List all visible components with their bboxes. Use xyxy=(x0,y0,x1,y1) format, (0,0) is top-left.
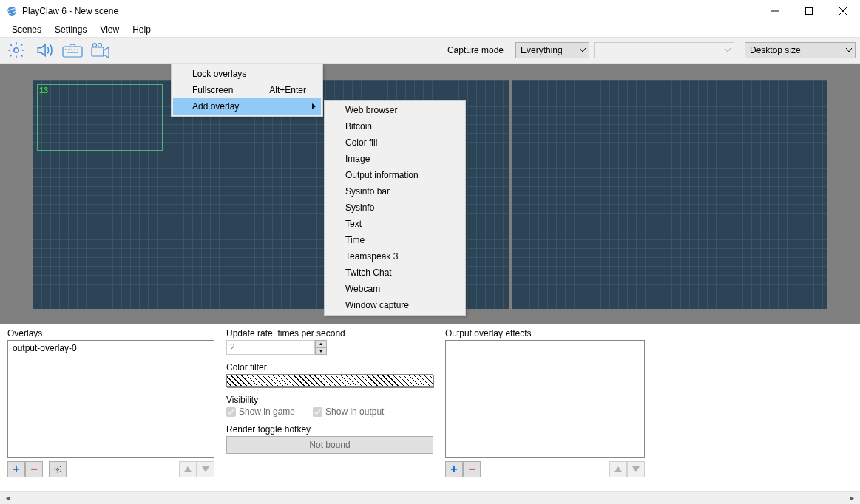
submenu-twitch-chat[interactable]: Twitch Chat xyxy=(326,265,464,281)
menu-settings[interactable]: Settings xyxy=(49,23,92,36)
show-in-output-checkbox[interactable]: Show in output xyxy=(313,406,384,417)
menubar: Scenes Settings View Help xyxy=(0,22,860,37)
effect-move-down-button[interactable] xyxy=(627,461,645,477)
audio-icon[interactable] xyxy=(33,40,56,61)
menu-scenes[interactable]: Scenes xyxy=(6,23,47,36)
submenu-time[interactable]: Time xyxy=(326,232,464,248)
show-in-game-checkbox[interactable]: Show in game xyxy=(226,406,295,417)
svg-point-15 xyxy=(93,44,97,47)
camera-icon[interactable] xyxy=(89,40,112,61)
menu-fullscreen[interactable]: Fullscreen Alt+Enter xyxy=(173,82,321,98)
chevron-down-icon xyxy=(580,48,586,52)
move-up-button[interactable] xyxy=(179,461,197,477)
menu-help[interactable]: Help xyxy=(126,23,157,36)
window-controls xyxy=(758,0,860,22)
add-effect-button[interactable]: + xyxy=(445,461,463,477)
submenu-web-browser[interactable]: Web browser xyxy=(326,102,464,118)
overlays-panel: Overlays output-overlay-0 + − xyxy=(7,328,214,477)
update-rate-input[interactable] xyxy=(226,340,315,355)
effects-list[interactable] xyxy=(445,340,645,458)
window-title: PlayClaw 6 - New scene xyxy=(22,6,118,16)
size-dropdown[interactable]: Desktop size xyxy=(745,42,856,58)
update-rate-spinner[interactable]: ▲ ▼ xyxy=(226,340,433,355)
minimize-button[interactable] xyxy=(758,0,792,22)
scroll-left-icon[interactable]: ◄ xyxy=(1,494,14,502)
submenu-sysinfo-bar[interactable]: Sysinfo bar xyxy=(326,183,464,200)
overlay-id-label: 13 xyxy=(38,86,50,95)
update-rate-label: Update rate, times per second xyxy=(226,328,433,338)
submenu-webcam[interactable]: Webcam xyxy=(326,281,464,297)
capture-mode-label: Capture mode xyxy=(440,42,511,58)
chevron-down-icon xyxy=(725,48,731,52)
chevron-down-icon xyxy=(846,48,852,52)
list-item[interactable]: output-overlay-0 xyxy=(11,342,211,354)
menu-view[interactable]: View xyxy=(94,23,125,36)
submenu-add-overlay: Web browser Bitcoin Color fill Image Out… xyxy=(324,100,466,316)
overlay-item[interactable]: 13 xyxy=(37,84,163,151)
color-filter-label: Color filter xyxy=(226,362,433,372)
spinner-down[interactable]: ▼ xyxy=(315,347,327,355)
overlay-settings-button[interactable] xyxy=(49,461,67,477)
menu-lock-overlays[interactable]: Lock overlays xyxy=(173,66,321,82)
submenu-color-fill[interactable]: Color fill xyxy=(326,134,464,151)
add-overlay-button[interactable]: + xyxy=(7,461,25,477)
svg-point-0 xyxy=(7,7,16,16)
context-menu: Lock overlays Fullscreen Alt+Enter Add o… xyxy=(171,64,323,117)
app-icon xyxy=(6,5,18,17)
spinner-up[interactable]: ▲ xyxy=(315,340,327,347)
close-button[interactable] xyxy=(826,0,860,22)
move-down-button[interactable] xyxy=(197,461,214,477)
submenu-text[interactable]: Text xyxy=(326,216,464,232)
effects-panel: Output overlay effects + − xyxy=(445,328,645,477)
submenu-window-capture[interactable]: Window capture xyxy=(326,297,464,313)
svg-rect-3 xyxy=(806,7,813,14)
overlays-label: Overlays xyxy=(7,328,214,338)
titlebar: PlayClaw 6 - New scene xyxy=(0,0,860,22)
render-hotkey-label: Render toggle hotkey xyxy=(226,424,433,435)
effect-move-up-button[interactable] xyxy=(609,461,627,477)
scroll-right-icon[interactable]: ► xyxy=(846,494,859,502)
gear-icon[interactable] xyxy=(4,40,28,61)
submenu-teamspeak[interactable]: Teamspeak 3 xyxy=(326,248,464,265)
submenu-bitcoin[interactable]: Bitcoin xyxy=(326,118,464,134)
render-hotkey-field[interactable]: Not bound xyxy=(226,436,433,454)
toolbar: Capture mode Everything Desktop size xyxy=(0,37,860,64)
svg-rect-7 xyxy=(63,47,82,57)
remove-effect-button[interactable]: − xyxy=(463,461,481,477)
keyboard-icon[interactable] xyxy=(61,40,84,61)
menu-add-overlay[interactable]: Add overlay xyxy=(173,98,321,115)
bottom-panels: Overlays output-overlay-0 + − Update rat… xyxy=(0,324,860,482)
svg-point-17 xyxy=(57,469,59,471)
properties-panel: Update rate, times per second ▲ ▼ Color … xyxy=(226,328,433,477)
visibility-label: Visibility xyxy=(226,395,433,405)
submenu-sysinfo[interactable]: Sysinfo xyxy=(326,200,464,216)
color-filter-swatch[interactable] xyxy=(226,374,433,387)
horizontal-scrollbar[interactable]: ◄ ► xyxy=(0,491,860,504)
effects-label: Output overlay effects xyxy=(445,328,645,338)
svg-point-16 xyxy=(98,44,102,47)
remove-overlay-button[interactable]: − xyxy=(25,461,43,477)
submenu-image[interactable]: Image xyxy=(326,151,464,167)
overlays-list[interactable]: output-overlay-0 xyxy=(7,340,214,458)
submenu-output-information[interactable]: Output information xyxy=(326,167,464,183)
capture-target-dropdown xyxy=(594,42,734,58)
maximize-button[interactable] xyxy=(792,0,826,22)
svg-point-6 xyxy=(14,48,19,53)
capture-mode-dropdown[interactable]: Everything xyxy=(515,42,589,58)
submenu-arrow-icon xyxy=(312,103,316,109)
svg-rect-14 xyxy=(92,47,104,56)
